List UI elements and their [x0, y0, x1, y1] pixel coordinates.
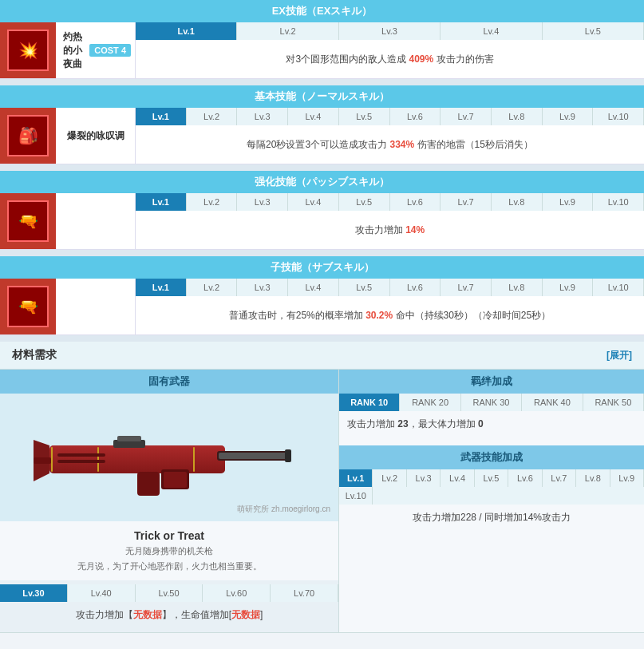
basic-level-tab-1[interactable]: Lv.1 — [136, 108, 187, 125]
sub-skill-icon-symbol: 🔫 — [18, 297, 38, 316]
weapon-level-tab-40[interactable]: Lv.40 — [68, 584, 136, 602]
weapon-level-tab-50[interactable]: Lv.50 — [136, 584, 203, 602]
rank-atk-value: 23 — [397, 418, 408, 429]
svg-rect-9 — [164, 472, 187, 488]
passive-level-tab-5[interactable]: Lv.5 — [339, 193, 390, 211]
ws-tab-9[interactable]: Lv.9 — [610, 469, 644, 487]
basic-level-tab-5[interactable]: Lv.5 — [339, 108, 390, 125]
sub-level-tab-9[interactable]: Lv.9 — [543, 279, 594, 296]
sub-level-tab-2[interactable]: Lv.2 — [187, 279, 238, 296]
basic-level-tab-7[interactable]: Lv.7 — [441, 108, 492, 125]
expand-button[interactable]: [展开] — [606, 349, 632, 362]
ws-tab-5[interactable]: Lv.5 — [475, 469, 508, 487]
ws-tab-4[interactable]: Lv.4 — [441, 469, 474, 487]
passive-desc: 攻击力增加 — [355, 224, 403, 237]
ex-level-tab-5[interactable]: Lv.5 — [543, 22, 644, 40]
weapon-atk-highlight: 无数据 — [133, 609, 162, 620]
rank-tab-50[interactable]: RANK 50 — [583, 394, 644, 411]
sub-level-tab-4[interactable]: Lv.4 — [288, 279, 339, 296]
basic-level-tab-8[interactable]: Lv.8 — [492, 108, 543, 125]
ws-tab-3[interactable]: Lv.3 — [407, 469, 441, 487]
passive-skill-row: 🔫 Lv.1 Lv.2 Lv.3 Lv.4 Lv.5 Lv.6 Lv.7 Lv.… — [0, 193, 644, 250]
ws-tab-8[interactable]: Lv.8 — [576, 469, 610, 487]
sub-skill-row: 🔫 Lv.1 Lv.2 Lv.3 Lv.4 Lv.5 Lv.6 Lv.7 Lv.… — [0, 279, 644, 335]
passive-level-tab-9[interactable]: Lv.9 — [543, 193, 594, 211]
weapon-level-tab-70[interactable]: Lv.70 — [271, 584, 338, 602]
basic-level-tab-6[interactable]: Lv.6 — [390, 108, 441, 125]
ex-desc-highlight: 409% — [409, 53, 433, 65]
passive-level-tab-4[interactable]: Lv.4 — [288, 193, 339, 211]
weapon-skill-desc: 攻击力增加228 / 同时增加14%攻击力 — [339, 505, 644, 531]
weapon-level-tab-60[interactable]: Lv.60 — [203, 584, 271, 602]
ex-cost-badge: COST 4 — [89, 44, 131, 57]
ex-desc-prefix: 对3个圆形范围内的敌人造成 — [286, 53, 406, 66]
sub-level-tab-10[interactable]: Lv.10 — [593, 279, 644, 296]
ws-tab-10[interactable]: Lv.10 — [339, 487, 373, 505]
svg-rect-3 — [219, 453, 286, 459]
rank-tab-30[interactable]: RANK 30 — [461, 394, 522, 411]
passive-skill-name-col — [56, 193, 136, 249]
rank-column: 羁绊加成 RANK 10 RANK 20 RANK 30 RANK 40 RAN… — [339, 370, 644, 632]
passive-level-tab-7[interactable]: Lv.7 — [441, 193, 492, 211]
passive-section: 强化技能（パッシブスキル） 🔫 Lv.1 Lv.2 Lv.3 Lv.4 Lv.5… — [0, 171, 644, 250]
weapon-level-tabs: Lv.30 Lv.40 Lv.50 Lv.60 Lv.70 — [0, 584, 338, 602]
basic-levels-col: Lv.1 Lv.2 Lv.3 Lv.4 Lv.5 Lv.6 Lv.7 Lv.8 … — [136, 108, 644, 164]
svg-rect-1 — [49, 445, 225, 473]
sub-level-tab-8[interactable]: Lv.8 — [492, 279, 543, 296]
basic-level-tab-4[interactable]: Lv.4 — [288, 108, 339, 125]
ex-level-tab-1[interactable]: Lv.1 — [136, 22, 237, 40]
ex-desc-suffix: 攻击力的伤害 — [437, 53, 494, 66]
rank-tab-20[interactable]: RANK 20 — [400, 394, 460, 411]
weapon-col-header: 固有武器 — [0, 370, 338, 394]
ws-tab-6[interactable]: Lv.6 — [508, 469, 542, 487]
svg-rect-12 — [51, 447, 53, 472]
rank-desc: 攻击力增加 23，最大体力增加 0 — [339, 411, 644, 437]
passive-section-header: 强化技能（パッシブスキル） — [0, 171, 644, 193]
weapon-level-tab-30[interactable]: Lv.30 — [0, 584, 68, 602]
ex-level-tabs: Lv.1 Lv.2 Lv.3 Lv.4 Lv.5 — [136, 22, 644, 40]
sub-level-tab-6[interactable]: Lv.6 — [390, 279, 441, 296]
passive-level-tab-6[interactable]: Lv.6 — [390, 193, 441, 211]
passive-skill-desc: 攻击力增加 14% — [136, 211, 644, 249]
weapon-column: 固有武器 — [0, 370, 339, 632]
ex-section: EX技能（EXスキル） 💥 灼热的小夜曲 COST 4 Lv.1 Lv.2 Lv… — [0, 0, 644, 79]
svg-rect-16 — [57, 460, 105, 463]
cost-value: 4 — [121, 46, 126, 55]
svg-rect-15 — [57, 453, 105, 457]
ws-tab-7[interactable]: Lv.7 — [543, 469, 576, 487]
passive-level-tab-10[interactable]: Lv.10 — [593, 193, 644, 211]
weapon-hp-highlight: 无数据 — [231, 609, 260, 620]
ex-level-tab-2[interactable]: Lv.2 — [237, 22, 338, 40]
basic-level-tab-2[interactable]: Lv.2 — [187, 108, 238, 125]
passive-level-tab-2[interactable]: Lv.2 — [187, 193, 238, 211]
gap-1 — [0, 79, 644, 85]
svg-rect-11 — [117, 436, 141, 441]
ex-level-tab-3[interactable]: Lv.3 — [339, 22, 441, 40]
materials-title: 材料需求 — [12, 348, 57, 362]
basic-desc: 每隔20秒设置3个可以造成攻击力 — [247, 138, 387, 152]
passive-level-tab-8[interactable]: Lv.8 — [492, 193, 543, 211]
materials-header: 材料需求 [展开] — [0, 342, 644, 370]
passive-levels-col: Lv.1 Lv.2 Lv.3 Lv.4 Lv.5 Lv.6 Lv.7 Lv.8 … — [136, 193, 644, 249]
rank-hp-value: 0 — [478, 418, 484, 429]
sub-level-tab-7[interactable]: Lv.7 — [441, 279, 492, 296]
rank-tab-40[interactable]: RANK 40 — [522, 394, 583, 411]
sub-level-tab-5[interactable]: Lv.5 — [339, 279, 390, 296]
basic-skill-row: 🎒 爆裂的咏叹调 Lv.1 Lv.2 Lv.3 Lv.4 Lv.5 Lv.6 L… — [0, 108, 644, 164]
ws-tab-1[interactable]: Lv.1 — [339, 469, 373, 487]
passive-level-tab-3[interactable]: Lv.3 — [237, 193, 288, 211]
svg-rect-14 — [193, 447, 195, 472]
ex-section-header: EX技能（EXスキル） — [0, 0, 644, 22]
weapon-desc2: 无月说，为了开心地恶作剧，火力也相当重要。 — [12, 560, 326, 572]
rank-tab-10[interactable]: RANK 10 — [339, 394, 400, 411]
ws-tab-2[interactable]: Lv.2 — [373, 469, 406, 487]
basic-level-tab-3[interactable]: Lv.3 — [237, 108, 288, 125]
passive-level-tabs: Lv.1 Lv.2 Lv.3 Lv.4 Lv.5 Lv.6 Lv.7 Lv.8 … — [136, 193, 644, 211]
ex-level-tab-4[interactable]: Lv.4 — [441, 22, 542, 40]
basic-level-tab-10[interactable]: Lv.10 — [593, 108, 644, 125]
basic-level-tab-9[interactable]: Lv.9 — [543, 108, 594, 125]
passive-level-tab-1[interactable]: Lv.1 — [136, 193, 187, 211]
sub-level-tab-1[interactable]: Lv.1 — [136, 279, 187, 296]
passive-skill-icon-inner: 🔫 — [7, 200, 49, 242]
sub-level-tab-3[interactable]: Lv.3 — [237, 279, 288, 296]
